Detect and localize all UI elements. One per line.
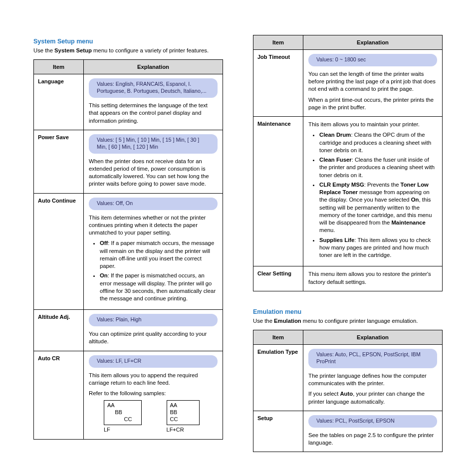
values-pill: Values: [ 5 ] Min, [ 10 ] Min, [ 15 ] Mi… — [89, 134, 218, 154]
section-title: System Setup menu — [33, 38, 223, 45]
body-text: See the tables on page 2.5 to configure … — [308, 432, 437, 447]
option-text: : If the paper is mismatched occurs, an … — [100, 272, 216, 301]
body-text: You can set the length of time the print… — [308, 70, 437, 93]
body-text: When the printer does not receive data f… — [89, 158, 218, 188]
sample-lfcr: AA BB CC LF+CR — [167, 400, 200, 433]
item-cell: Setup — [253, 411, 303, 452]
values-pill: Values: Auto, PCL, EPSON, PostScript, IB… — [308, 349, 437, 368]
right-column: Item Explanation Job Timeout Values: 0 ~… — [253, 35, 443, 452]
item-cell: Maintenance — [253, 117, 303, 266]
intro-menu: System Setup — [54, 47, 92, 53]
list-item: Clean Drum: Cleans the OPC drum of the c… — [319, 131, 437, 154]
sample-label: LF+CR — [167, 426, 200, 434]
item-cell: Auto CR — [34, 351, 84, 440]
table-row: Maintenance This item allows you to main… — [253, 117, 443, 266]
th-item: Item — [253, 35, 303, 50]
bullet-list: Clean Drum: Cleans the OPC drum of the c… — [308, 131, 437, 259]
table-row: Auto Continue Values: Off, On This item … — [34, 193, 223, 310]
intro-text: Use the Emulation menu to configure prin… — [253, 317, 443, 325]
expl-cell: Values: Plain, High You can optimize pri… — [84, 310, 223, 351]
intro-post: menu to configure printer language emula… — [301, 318, 418, 324]
th-expl: Explanation — [84, 60, 223, 74]
item-cell: Power Save — [34, 130, 84, 193]
option-name: Off — [100, 240, 108, 246]
expl-cell: Values: Auto, PCL, EPSON, PostScript, IB… — [303, 345, 443, 411]
body-text: When a print time-out occurs, the printe… — [308, 96, 437, 112]
body-text: Refer to the following samples: — [89, 390, 218, 397]
values-pill: Values: PCL, PostScript, EPSON — [308, 415, 437, 428]
th-expl: Explanation — [303, 35, 443, 50]
body-text: If you select Auto, your printer can cha… — [308, 390, 437, 406]
body-text: This setting determines the language of … — [89, 102, 218, 125]
intro-post: menu to configure a variety of printer f… — [92, 47, 209, 53]
list-item: CLR Empty MSG: Prevents the Toner Low Re… — [319, 181, 437, 235]
table-row: Emulation Type Values: Auto, PCL, EPSON,… — [253, 345, 443, 411]
option-text: : Prevents the — [364, 182, 401, 188]
left-column: System Setup menu Use the System Setup m… — [33, 35, 223, 452]
th-expl: Explanation — [303, 330, 443, 345]
list-item: On: If the paper is mismatched occurs, a… — [100, 272, 218, 302]
list-item: Supplies Life: This item allows you to c… — [319, 237, 437, 259]
table-row: Power Save Values: [ 5 ] Min, [ 10 ] Min… — [34, 130, 223, 193]
values-pill: Values: 0 ~ 1800 sec — [308, 54, 437, 66]
options-table: Item Explanation Emulation Type Values: … — [253, 330, 443, 452]
values-pill: Values: Plain, High — [89, 314, 218, 326]
item-cell: Job Timeout — [253, 50, 303, 117]
list-item: Clean Fuser: Cleans the fuser unit insid… — [319, 156, 437, 179]
table-row: Setup Values: PCL, PostScript, EPSON See… — [253, 411, 443, 452]
th-item: Item — [253, 330, 303, 345]
option-text: : If a paper mismatch occurs, the messag… — [100, 240, 214, 269]
expl-cell: Values: Off, On This item determines whe… — [84, 193, 223, 310]
menu-name: Maintenance — [391, 220, 425, 226]
values-pill: Values: English, FRANCAIS, Espanol, I. P… — [89, 78, 218, 98]
expl-cell: Values: LF, LF+CR This item allows you t… — [84, 351, 223, 440]
option-name: Clean Drum — [319, 132, 351, 138]
samples-row: AA BB CC LF AA BB CC LF+CR — [104, 400, 218, 433]
item-cell: Altitude Adj. — [34, 310, 84, 351]
item-cell: Emulation Type — [253, 345, 303, 411]
bullet-list: Off: If a paper mismatch occurs, the mes… — [89, 239, 218, 302]
expl-cell: This menu item allows you to restore the… — [303, 266, 443, 291]
expl-cell: Values: English, FRANCAIS, Espanol, I. P… — [84, 74, 223, 130]
body-text: This item allows you to maintain your pr… — [308, 121, 437, 128]
table-row: Language Values: English, FRANCAIS, Espa… — [34, 74, 223, 130]
table-row: Job Timeout Values: 0 ~ 1800 sec You can… — [253, 50, 443, 117]
option-value: Auto — [340, 391, 353, 397]
table-row: Auto CR Values: LF, LF+CR This item allo… — [34, 351, 223, 440]
table-row: Clear Setting This menu item allows you … — [253, 266, 443, 291]
body-text: This item determines whether or not the … — [89, 214, 218, 237]
section-title: Emulation menu — [253, 308, 443, 315]
option-name: CLR Empty MSG — [319, 182, 364, 188]
item-cell: Clear Setting — [253, 266, 303, 291]
option-value: On — [411, 197, 419, 203]
th-item: Item — [34, 60, 84, 74]
expl-cell: Values: 0 ~ 1800 sec You can set the len… — [303, 50, 443, 117]
list-item: Off: If a paper mismatch occurs, the mes… — [100, 239, 218, 270]
options-table: Item Explanation Language Values: Englis… — [33, 59, 223, 440]
table-row: Altitude Adj. Values: Plain, High You ca… — [34, 310, 223, 351]
item-cell: Auto Continue — [34, 193, 84, 310]
sample-box: AA BB CC — [167, 400, 200, 425]
expl-cell: This item allows you to maintain your pr… — [303, 117, 443, 266]
intro-pre: Use the — [253, 318, 274, 324]
expl-cell: Values: [ 5 ] Min, [ 10 ] Min, [ 15 ] Mi… — [84, 130, 223, 193]
intro-menu: Emulation — [274, 318, 301, 324]
body-text: You can optimize print quality according… — [89, 330, 218, 346]
sample-lf: AA BB CC LF — [104, 400, 142, 433]
body-text: This item allows you to append the requi… — [89, 372, 218, 387]
option-name: Supplies Life — [319, 237, 354, 243]
option-text: menu. — [319, 227, 335, 233]
values-pill: Values: LF, LF+CR — [89, 355, 218, 368]
body-text: This menu item allows you to restore the… — [308, 270, 437, 286]
option-name: On — [100, 272, 108, 278]
intro-pre: Use the — [33, 47, 54, 53]
options-table: Item Explanation Job Timeout Values: 0 ~… — [253, 35, 443, 291]
body-text: The printer language defines how the com… — [308, 372, 437, 388]
sample-box: AA BB CC — [104, 400, 142, 425]
option-name: Clean Fuser — [319, 157, 352, 163]
intro-text: Use the System Setup menu to configure a… — [33, 47, 223, 54]
values-pill: Values: Off, On — [89, 198, 218, 210]
expl-cell: Values: PCL, PostScript, EPSON See the t… — [303, 411, 443, 452]
item-cell: Language — [34, 74, 84, 130]
sample-label: LF — [104, 426, 142, 434]
